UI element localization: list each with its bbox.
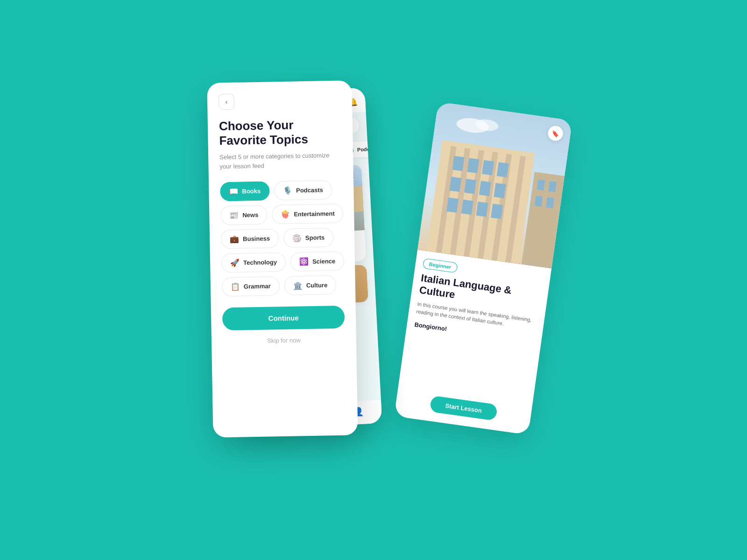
- svg-rect-24: [546, 197, 554, 209]
- culture-label: Culture: [306, 282, 328, 289]
- business-label: Business: [243, 235, 270, 243]
- business-emoji: 💼: [230, 235, 239, 244]
- technology-emoji: 🚀: [230, 259, 240, 267]
- topic-chip-entertainment[interactable]: 🍿 Entertainment: [272, 204, 344, 224]
- topic-chip-books[interactable]: 📖 Books: [220, 182, 269, 202]
- topic-chip-podcasts[interactable]: 🎙️ Podcasts: [274, 181, 332, 201]
- back-button[interactable]: ‹: [218, 94, 235, 110]
- news-label: News: [242, 211, 258, 219]
- card-topics-subtitle: Select 5 or more categories to customize…: [219, 151, 342, 171]
- level-badge: Beginner: [423, 258, 458, 273]
- svg-rect-11: [497, 162, 509, 177]
- podcasts-emoji: 🎙️: [283, 186, 292, 195]
- svg-rect-12: [449, 177, 461, 192]
- svg-rect-16: [446, 197, 458, 213]
- topic-chip-business[interactable]: 💼 Business: [221, 229, 279, 249]
- cards-container: 🔖 Beginner Italian Language & Culture In…: [210, 82, 537, 478]
- entertainment-emoji: 🍿: [281, 210, 290, 219]
- card-topics: ‹ Choose Your Favorite Topics Select 5 o…: [207, 80, 358, 437]
- news-emoji: 📰: [229, 211, 239, 220]
- topic-chip-science[interactable]: ⚛️ Science: [290, 252, 345, 272]
- entertainment-label: Entertainment: [294, 210, 335, 218]
- topic-chip-sports[interactable]: 🏐 Sports: [283, 228, 334, 248]
- books-label: Books: [242, 188, 261, 195]
- svg-rect-22: [548, 181, 557, 192]
- start-lesson-button[interactable]: Start Lesson: [430, 395, 498, 421]
- grammar-label: Grammar: [244, 283, 271, 290]
- science-emoji: ⚛️: [299, 257, 309, 266]
- svg-rect-18: [476, 202, 488, 217]
- svg-rect-13: [464, 179, 476, 194]
- topic-chip-news[interactable]: 📰 News: [220, 205, 268, 225]
- lesson-detail-image: 🔖: [417, 102, 572, 268]
- svg-rect-19: [491, 204, 503, 219]
- sports-emoji: 🏐: [292, 234, 302, 243]
- svg-rect-9: [467, 158, 479, 173]
- svg-rect-23: [535, 196, 543, 207]
- topic-chip-grammar[interactable]: 📋 Grammar: [222, 276, 280, 296]
- svg-rect-8: [452, 156, 465, 171]
- svg-rect-15: [494, 183, 506, 198]
- topics-row-5: 📋 Grammar 🏛️ Culture: [222, 275, 345, 297]
- svg-rect-10: [482, 160, 494, 175]
- topics-row-4: 🚀 Technology ⚛️ Science: [221, 252, 344, 273]
- topic-chip-culture[interactable]: 🏛️ Culture: [284, 275, 336, 295]
- sports-label: Sports: [305, 234, 324, 242]
- svg-rect-21: [537, 180, 545, 191]
- topics-row-1: 📖 Books 🎙️ Podcasts: [220, 180, 343, 202]
- podcasts-label: Podcasts: [296, 187, 323, 194]
- topics-row-3: 💼 Business 🏐 Sports: [221, 228, 344, 249]
- books-emoji: 📖: [229, 187, 238, 196]
- skip-button[interactable]: Skip for now: [223, 334, 345, 347]
- back-chevron-icon: ‹: [226, 98, 228, 105]
- card-lesson-detail: 🔖 Beginner Italian Language & Culture In…: [394, 102, 572, 435]
- topics-grid: 📖 Books 🎙️ Podcasts 📰 News 🍿 Entertainme…: [220, 180, 344, 297]
- svg-rect-17: [461, 200, 473, 215]
- svg-rect-14: [479, 181, 491, 196]
- topics-row-2: 📰 News 🍿 Entertainment: [220, 204, 343, 225]
- continue-button[interactable]: Continue: [222, 306, 345, 331]
- science-label: Science: [312, 258, 335, 265]
- grammar-emoji: 📋: [231, 282, 240, 291]
- technology-label: Technology: [243, 259, 277, 266]
- topic-chip-technology[interactable]: 🚀 Technology: [221, 252, 286, 273]
- card-topics-title: Choose Your Favorite Topics: [219, 117, 342, 148]
- culture-emoji: 🏛️: [293, 281, 303, 290]
